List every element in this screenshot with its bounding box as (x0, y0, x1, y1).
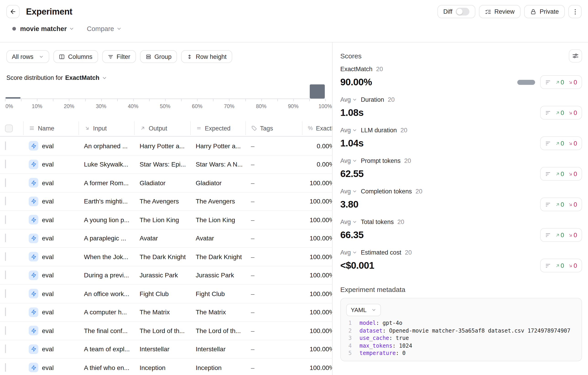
metric-agg-dropdown[interactable]: Avg (340, 249, 357, 256)
improvements-value: 0 (561, 109, 564, 116)
row-output: Harry Potter a... (134, 142, 190, 150)
metric-agg-dropdown[interactable]: Avg (340, 127, 357, 134)
equals-icon (196, 125, 202, 131)
line-number: 5 (346, 350, 352, 357)
metric-filter-pill[interactable]: 00 (540, 106, 582, 120)
table-row[interactable]: evalA paraplegic ...AvatarAvatar–100.00% (0, 229, 332, 248)
more-menu-button[interactable] (568, 5, 582, 18)
table-row[interactable]: evalA young lion p...The Lion KingThe Li… (0, 211, 332, 229)
table-row[interactable]: evalDuring a previ...Jurassic ParkJurass… (0, 266, 332, 285)
scores-settings-button[interactable] (569, 49, 582, 62)
rows-filter-dropdown[interactable]: All rows (6, 50, 50, 63)
column-header-name[interactable]: Name (23, 121, 78, 135)
table-row[interactable]: evalAn orphaned ...Harry Potter a...Harr… (0, 137, 332, 155)
review-button[interactable]: Review (479, 5, 521, 18)
metric-agg-dropdown[interactable]: Avg (340, 219, 357, 225)
histogram-bar[interactable] (5, 97, 21, 99)
column-header-expected[interactable]: Expected (190, 121, 245, 135)
regressions-count: 0 (568, 231, 577, 238)
row-name: eval (42, 272, 54, 279)
table-row[interactable]: evalThe final conf...The Lord of th...Th… (0, 322, 332, 340)
row-checkbox[interactable] (5, 160, 6, 168)
metric-block: AvgPrompt tokens2062.5500 (340, 157, 582, 181)
line-number: 2 (346, 327, 352, 334)
row-height-button[interactable]: Row height (181, 50, 232, 63)
table-row[interactable]: evalWhen the Jok...The Dark KnightThe Da… (0, 248, 332, 266)
row-checkbox[interactable] (5, 345, 6, 353)
axis-tick (181, 99, 182, 101)
histogram-bar[interactable] (310, 84, 325, 99)
yaml-key: dataset (359, 327, 382, 334)
row-checkbox[interactable] (5, 289, 6, 298)
row-checkbox[interactable] (5, 215, 6, 224)
table-row[interactable]: evalEarth's mighti...The AvengersThe Ave… (0, 192, 332, 211)
column-header-exactmatch[interactable]: % ExactM... (302, 121, 332, 135)
row-tags: – (245, 179, 302, 187)
metadata-format-dropdown[interactable]: YAML (346, 304, 381, 316)
select-all-checkbox[interactable] (5, 124, 13, 132)
score-summary-capsule (517, 80, 535, 85)
improvements-count: 0 (555, 79, 564, 85)
compare-selector[interactable]: Compare (87, 25, 122, 32)
metric-agg-dropdown[interactable]: Avg (340, 188, 357, 195)
column-header-output[interactable]: Output (134, 121, 190, 135)
row-checkbox[interactable] (5, 363, 6, 372)
row-input: A computer h... (78, 309, 134, 316)
arrow-up-right-icon (555, 232, 560, 238)
group-button[interactable]: Group (140, 50, 177, 63)
chevron-down-icon (352, 128, 357, 133)
axis-tick (85, 99, 85, 101)
row-checkbox[interactable] (5, 308, 6, 316)
filter-button[interactable]: Filter (102, 50, 136, 63)
metric-filter-pill[interactable]: 00 (540, 198, 582, 211)
chevron-down-icon (352, 250, 357, 255)
improvements-value: 0 (561, 140, 564, 147)
table-row[interactable]: evalA team of expl...InterstellarInterst… (0, 340, 332, 359)
table-row[interactable]: evalA computer h...The MatrixThe Matrix–… (0, 303, 332, 322)
table-row[interactable]: evalA thief who en...InceptionInception–… (0, 359, 332, 375)
row-checkbox[interactable] (5, 234, 6, 242)
row-checkbox[interactable] (5, 271, 6, 280)
row-name: eval (42, 179, 54, 187)
row-score: 100.00% (302, 290, 332, 297)
metric-filter-pill[interactable]: 00 (540, 75, 582, 89)
metadata-code: 1model: gpt-4o2dataset: Opened-movie mat… (346, 319, 576, 357)
metric-agg-dropdown[interactable]: Avg (340, 157, 357, 164)
row-tags: – (245, 253, 302, 260)
code-line: 1model: gpt-4o (346, 319, 576, 327)
metric-filter-pill[interactable]: 00 (540, 167, 582, 181)
table-row[interactable]: evalAn office work...Fight ClubFight Clu… (0, 285, 332, 303)
results-table: Name Input Output Expected (0, 121, 332, 375)
arrow-up-right-icon (140, 125, 146, 131)
row-checkbox[interactable] (5, 252, 6, 261)
column-header-tags[interactable]: Tags (245, 121, 302, 135)
metric-agg-dropdown[interactable]: Avg (340, 96, 357, 103)
table-row[interactable]: evalLuke Skywalk...Star Wars: Epi...Star… (0, 155, 332, 174)
row-tags: – (245, 216, 302, 224)
row-checkbox[interactable] (5, 197, 6, 206)
improvements-value: 0 (561, 231, 564, 238)
row-output: Jurassic Park (134, 272, 190, 279)
metrics-list: ExactMatch2090.00%00AvgDuration201.08s00… (340, 65, 582, 272)
table-row[interactable]: evalA former Rom...GladiatorGladiator–10… (0, 174, 332, 192)
columns-button[interactable]: Columns (54, 50, 98, 63)
zap-icon (31, 254, 36, 260)
metric-agg-label: Avg (340, 249, 351, 256)
metric-filter-pill[interactable]: 00 (540, 136, 582, 150)
x-axis-ticks (5, 99, 325, 101)
axis-tick-label: 10% (32, 104, 42, 109)
diff-toggle[interactable] (455, 8, 469, 16)
row-name: eval (42, 309, 54, 316)
metric-filter-pill[interactable]: 00 (540, 259, 582, 272)
column-header-input[interactable]: Input (78, 121, 134, 135)
diff-toggle-button[interactable]: Diff (437, 5, 475, 18)
score-distribution-selector[interactable]: Score distribution for ExactMatch (6, 74, 332, 81)
row-output: The Avengers (134, 198, 190, 205)
row-checkbox[interactable] (5, 326, 6, 335)
private-button[interactable]: Private (524, 5, 565, 18)
back-button[interactable] (6, 5, 20, 18)
experiment-selector[interactable]: movie matcher (20, 25, 67, 32)
row-checkbox[interactable] (5, 141, 6, 150)
metric-filter-pill[interactable]: 00 (540, 228, 582, 242)
row-checkbox[interactable] (5, 178, 6, 187)
